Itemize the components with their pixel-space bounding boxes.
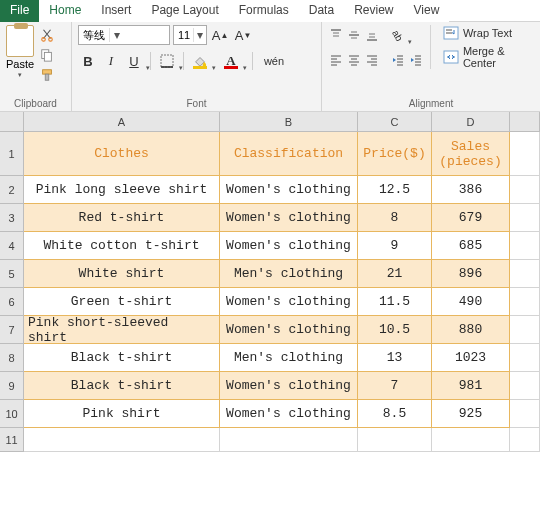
- cell-b4[interactable]: Women's clothing: [220, 232, 358, 260]
- cell-c4[interactable]: 9: [358, 232, 432, 260]
- col-header-extra[interactable]: [510, 112, 540, 132]
- cell-b2[interactable]: Women's clothing: [220, 176, 358, 204]
- cell-a11[interactable]: [24, 428, 220, 452]
- align-right-button[interactable]: [364, 50, 380, 70]
- cell-d3[interactable]: 679: [432, 204, 510, 232]
- underline-button[interactable]: U: [124, 51, 144, 71]
- copy-button[interactable]: [38, 47, 56, 63]
- cell-e9[interactable]: [510, 372, 540, 400]
- align-center-button[interactable]: [346, 50, 362, 70]
- cell-b11[interactable]: [220, 428, 358, 452]
- cell-a7[interactable]: Pink short-sleeved shirt: [24, 316, 220, 344]
- cell-d4[interactable]: 685: [432, 232, 510, 260]
- align-middle-button[interactable]: [346, 25, 362, 45]
- align-top-button[interactable]: [328, 25, 344, 45]
- tab-formulas[interactable]: Formulas: [229, 0, 299, 22]
- cell-e5[interactable]: [510, 260, 540, 288]
- cell-e3[interactable]: [510, 204, 540, 232]
- row-header-1[interactable]: 1: [0, 132, 24, 176]
- cell-e6[interactable]: [510, 288, 540, 316]
- cell-a6[interactable]: Green t-shirt: [24, 288, 220, 316]
- italic-button[interactable]: I: [101, 51, 121, 71]
- cell-a3[interactable]: Red t-shirt: [24, 204, 220, 232]
- decrease-font-button[interactable]: A▼: [233, 25, 253, 45]
- cell-d2[interactable]: 386: [432, 176, 510, 204]
- cell-c7[interactable]: 10.5: [358, 316, 432, 344]
- tab-review[interactable]: Review: [344, 0, 403, 22]
- cell-a2[interactable]: Pink long sleeve shirt: [24, 176, 220, 204]
- cell-c8[interactable]: 13: [358, 344, 432, 372]
- cell-b3[interactable]: Women's clothing: [220, 204, 358, 232]
- cell-d11[interactable]: [432, 428, 510, 452]
- font-size-combo[interactable]: 11 ▾: [173, 25, 207, 45]
- worksheet-grid[interactable]: A B C D 1 Clothes Classification Price($…: [0, 112, 540, 452]
- cell-a10[interactable]: Pink shirt: [24, 400, 220, 428]
- cell-c5[interactable]: 21: [358, 260, 432, 288]
- cell-b8[interactable]: Men's clothing: [220, 344, 358, 372]
- font-name-combo[interactable]: 等线 ▾: [78, 25, 170, 45]
- cell-d7[interactable]: 880: [432, 316, 510, 344]
- cell-c9[interactable]: 7: [358, 372, 432, 400]
- tab-page-layout[interactable]: Page Layout: [141, 0, 228, 22]
- format-painter-button[interactable]: [38, 67, 56, 83]
- fill-color-button[interactable]: [190, 51, 210, 71]
- cell-d5[interactable]: 896: [432, 260, 510, 288]
- paste-button[interactable]: Paste ▾: [6, 25, 34, 79]
- row-header-2[interactable]: 2: [0, 176, 24, 204]
- tab-home[interactable]: Home: [39, 0, 91, 22]
- cell-d1[interactable]: Sales (pieces): [432, 132, 510, 176]
- row-header-10[interactable]: 10: [0, 400, 24, 428]
- increase-indent-button[interactable]: [408, 50, 424, 70]
- bold-button[interactable]: B: [78, 51, 98, 71]
- cell-e4[interactable]: [510, 232, 540, 260]
- cell-b7[interactable]: Women's clothing: [220, 316, 358, 344]
- cell-b1[interactable]: Classification: [220, 132, 358, 176]
- row-header-3[interactable]: 3: [0, 204, 24, 232]
- cell-a4[interactable]: White cotton t-shirt: [24, 232, 220, 260]
- cell-c11[interactable]: [358, 428, 432, 452]
- col-header-c[interactable]: C: [358, 112, 432, 132]
- font-color-button[interactable]: A: [221, 51, 241, 71]
- tab-data[interactable]: Data: [299, 0, 344, 22]
- cell-c1[interactable]: Price($): [358, 132, 432, 176]
- orientation-button[interactable]: ab: [390, 25, 406, 45]
- decrease-indent-button[interactable]: [390, 50, 406, 70]
- row-header-8[interactable]: 8: [0, 344, 24, 372]
- cell-e7[interactable]: [510, 316, 540, 344]
- select-all-corner[interactable]: [0, 112, 24, 132]
- row-header-4[interactable]: 4: [0, 232, 24, 260]
- phonetic-guide-button[interactable]: wén: [264, 51, 284, 71]
- cell-d6[interactable]: 490: [432, 288, 510, 316]
- cut-button[interactable]: [38, 27, 56, 43]
- cell-e11[interactable]: [510, 428, 540, 452]
- cell-d9[interactable]: 981: [432, 372, 510, 400]
- align-left-button[interactable]: [328, 50, 344, 70]
- col-header-a[interactable]: A: [24, 112, 220, 132]
- col-header-b[interactable]: B: [220, 112, 358, 132]
- cell-a9[interactable]: Black t-shirt: [24, 372, 220, 400]
- cell-c3[interactable]: 8: [358, 204, 432, 232]
- wrap-text-button[interactable]: Wrap Text: [441, 25, 534, 41]
- row-header-7[interactable]: 7: [0, 316, 24, 344]
- cell-b6[interactable]: Women's clothing: [220, 288, 358, 316]
- cell-a5[interactable]: White shirt: [24, 260, 220, 288]
- chevron-down-icon[interactable]: ▾: [109, 28, 123, 42]
- tab-file[interactable]: File: [0, 0, 39, 22]
- cell-e10[interactable]: [510, 400, 540, 428]
- cell-a8[interactable]: Black t-shirt: [24, 344, 220, 372]
- row-header-5[interactable]: 5: [0, 260, 24, 288]
- cell-e1[interactable]: [510, 132, 540, 176]
- cell-c2[interactable]: 12.5: [358, 176, 432, 204]
- border-button[interactable]: [157, 51, 177, 71]
- row-header-9[interactable]: 9: [0, 372, 24, 400]
- cell-b10[interactable]: Women's clothing: [220, 400, 358, 428]
- tab-insert[interactable]: Insert: [91, 0, 141, 22]
- cell-c6[interactable]: 11.5: [358, 288, 432, 316]
- row-header-11[interactable]: 11: [0, 428, 24, 452]
- cell-d8[interactable]: 1023: [432, 344, 510, 372]
- row-header-6[interactable]: 6: [0, 288, 24, 316]
- cell-a1[interactable]: Clothes: [24, 132, 220, 176]
- cell-b5[interactable]: Men's clothing: [220, 260, 358, 288]
- chevron-down-icon[interactable]: ▾: [193, 28, 206, 42]
- cell-c10[interactable]: 8.5: [358, 400, 432, 428]
